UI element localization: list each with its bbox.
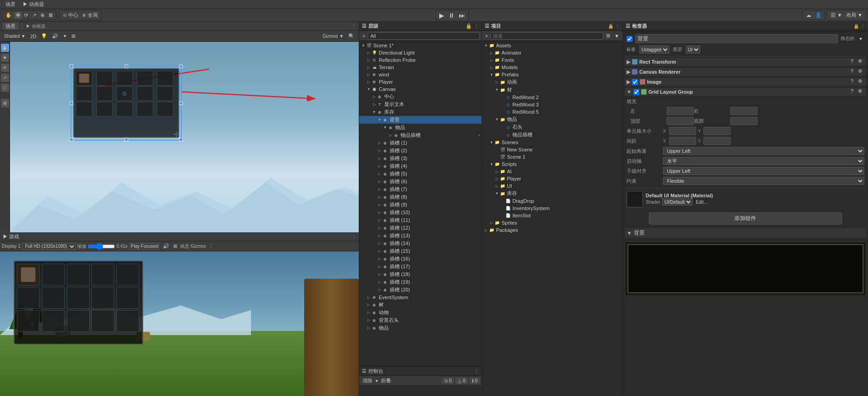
tree-item-scenes-folder[interactable]: ▼ 📁 Scenes <box>482 139 622 146</box>
object-active-checkbox[interactable] <box>627 36 632 42</box>
tree-item-packages[interactable]: ▷ 📁 Packages <box>482 226 622 234</box>
tree-item-material-folder[interactable]: ▼ 📁 材 <box>482 86 622 94</box>
project-add-btn[interactable]: + <box>484 33 489 39</box>
spacing-y-input[interactable]: 10 <box>703 137 731 145</box>
cell-size-y-input[interactable]: 100 <box>703 127 731 135</box>
scale-slider[interactable] <box>88 243 115 250</box>
scene-grid-btn[interactable]: ⊞ <box>70 33 77 40</box>
image-header[interactable]: ▶ Image ? ⚙ <box>625 78 866 86</box>
tree-item-canvas[interactable]: ▼ ▣ Canvas <box>359 85 482 93</box>
tree-item-newscene[interactable]: 🎬 New Scene <box>482 146 622 153</box>
tree-item-slot11[interactable]: ▷ ⊕ 插槽 (11) <box>359 216 482 224</box>
tree-item-scene1[interactable]: ▼ 🎬 Scene 1* <box>359 42 482 49</box>
global-btn[interactable]: ⊕ 全局 <box>81 11 99 19</box>
console-collapse-btn[interactable]: 折叠 <box>380 377 392 385</box>
play-focused-btn[interactable]: Play Focused <box>129 243 161 250</box>
tree-item-ai-folder[interactable]: ▷ 📁 AI <box>482 168 622 175</box>
comp-gear-icon[interactable]: ⚙ <box>858 69 864 75</box>
tree-item-slot20[interactable]: ▷ ⊕ 插槽 (20) <box>359 286 482 294</box>
tag-select[interactable]: Untagged <box>639 45 669 54</box>
rotate-scene-tool[interactable]: ⟳ <box>1 64 9 72</box>
pause-button[interactable]: ⏸ <box>447 11 456 20</box>
tree-item-slot13[interactable]: ▷ ⊕ 插槽 (13) <box>359 232 482 240</box>
scene-tab[interactable]: 场景 <box>3 22 18 30</box>
padding-right-input[interactable]: 40 <box>730 107 758 115</box>
project-options-btn[interactable]: ⋮ <box>615 24 620 29</box>
tree-item-itemslot-prefab[interactable]: ◇ 物品插槽 <box>482 131 622 139</box>
tree-item-assets[interactable]: ▼ 📁 Assets <box>482 42 622 49</box>
project-tree[interactable]: ▼ 📁 Assets ▷ 📁 Animator ▷ 📁 Fonts ▷ 📁 M <box>482 41 622 396</box>
hand-tool[interactable]: ✋ <box>4 12 13 19</box>
start-corner-select[interactable]: Upper Left <box>663 147 864 155</box>
tree-item-slot15[interactable]: ▷ ⊕ 插槽 (15) <box>359 247 482 255</box>
project-filter-btn[interactable]: ▼ <box>613 33 621 39</box>
scale-tool[interactable]: ↗ <box>31 12 38 19</box>
tree-item-stone-prefab[interactable]: ◇ 石头 <box>482 123 622 131</box>
game-audio-btn[interactable]: 🔊 <box>161 243 171 250</box>
comp-gear-icon[interactable]: ⚙ <box>858 89 864 95</box>
tree-item-sprites[interactable]: ▷ 📁 Sprites <box>482 219 622 226</box>
menu-animator[interactable]: ▶ 动画器 <box>19 0 48 9</box>
tree-item-slot8[interactable]: ▷ ⊕ 插槽 (8) <box>359 193 482 201</box>
tree-item-player[interactable]: ▷ ⊕ Player <box>359 78 482 85</box>
spacing-x-input[interactable]: 10 <box>669 137 696 145</box>
tree-item-ui-folder[interactable]: ▷ 📁 UI <box>482 182 622 190</box>
tree-item-items-folder[interactable]: ▼ 📁 物品 <box>482 115 622 123</box>
padding-left-input[interactable]: 40 <box>667 107 694 115</box>
tree-item-scene1-proj[interactable]: 🎬 Scene 1 <box>482 153 622 160</box>
step-button[interactable]: ⏭ <box>457 11 467 20</box>
tree-item-slot12[interactable]: ▷ ⊕ 插槽 (12) <box>359 224 482 232</box>
tree-item-models[interactable]: ▷ 📁 Models <box>482 64 622 71</box>
tree-item-slot7[interactable]: ▷ ⊕ 插槽 (7) <box>359 185 482 193</box>
tree-item-animal[interactable]: ▷ ⊕ 动物 <box>359 309 482 316</box>
tree-item-slot19[interactable]: ▷ ⊕ 插槽 (19) <box>359 278 482 286</box>
tree-item-slot14[interactable]: ▷ ⊕ 插槽 (14) <box>359 240 482 247</box>
tree-item-player-scripts[interactable]: ▷ 📁 Player <box>482 175 622 182</box>
console-options-btn[interactable]: ⋮ <box>474 368 479 374</box>
tree-item-fonts[interactable]: ▷ 📁 Fonts <box>482 56 622 64</box>
tree-item-eventsystem[interactable]: ▷ ⊕ EventSystem <box>359 294 482 301</box>
project-search[interactable] <box>491 32 603 40</box>
tree-item-slot16[interactable]: ▷ ⊕ 插槽 (16) <box>359 255 482 263</box>
handle-br[interactable] <box>179 138 183 141</box>
comp-help-icon[interactable]: ? <box>851 59 857 65</box>
grid-layout-header[interactable]: ▼ Grid Layout Group ? ⚙ <box>625 88 866 96</box>
rect-tool[interactable]: ⊕ <box>39 12 46 19</box>
scene-2d-btn[interactable]: 2D <box>29 33 38 40</box>
tree-item-inventory[interactable]: ▼ ⊕ 库存 <box>359 108 482 116</box>
tree-item-wind[interactable]: ▷ ⊕ wind <box>359 71 482 78</box>
scene-options-btn[interactable]: ⋮ <box>351 24 356 29</box>
tree-item-slot1[interactable]: ▷ ⊕ 插槽 (1) <box>359 139 482 147</box>
play-button[interactable]: ▶ <box>438 11 446 20</box>
select-tool[interactable]: ✋ <box>1 44 9 52</box>
tree-item-slot5[interactable]: ▷ ⊕ 插槽 (5) <box>359 170 482 178</box>
layer-select[interactable]: UI <box>686 45 700 54</box>
project-view-btn[interactable]: ⊞ <box>605 32 612 39</box>
add-component-btn[interactable]: 添加组件 <box>649 212 842 225</box>
tree-item-prefabs[interactable]: ▼ 📁 Prefabs <box>482 71 622 78</box>
tree-item-dragdrop[interactable]: 📄 DragDrop <box>482 197 622 205</box>
comp-help-icon[interactable]: ? <box>851 79 857 85</box>
hierarchy-lock-btn[interactable]: 🔒 <box>466 23 472 29</box>
handle-bm[interactable] <box>125 138 128 141</box>
menu-scene[interactable]: 场景 <box>2 0 19 9</box>
image-enabled-checkbox[interactable] <box>632 79 638 85</box>
tree-item-items[interactable]: ▼ ⊕ 物品 <box>359 124 482 131</box>
scene-audio-btn[interactable]: 🔊 <box>50 33 60 40</box>
constraint-select[interactable]: Flexible <box>663 177 864 185</box>
console-clear-btn[interactable]: 清除 <box>361 377 374 385</box>
tree-item-redwood3[interactable]: ◇ RedWood 3 <box>482 101 622 108</box>
hierarchy-add-btn[interactable]: + <box>361 33 366 39</box>
comp-help-icon[interactable]: ? <box>851 69 857 75</box>
game-options-menu[interactable]: ⋮ <box>207 243 215 250</box>
tree-item-slot18[interactable]: ▷ ⊕ 插槽 (18) <box>359 271 482 278</box>
static-dropdown[interactable]: ▼ <box>857 36 864 42</box>
tree-item-redwood2[interactable]: ◇ RedWood 2 <box>482 94 622 101</box>
comp-help-icon[interactable]: ? <box>851 89 857 95</box>
scene-light-btn[interactable]: 💡 <box>40 33 49 40</box>
tree-item-slot6[interactable]: ▷ ⊕ 插槽 (6) <box>359 178 482 185</box>
tree-item-inventorysystem[interactable]: 📄 InventorySystem <box>482 205 622 212</box>
tree-item-scripts-folder[interactable]: ▼ 📁 Scripts <box>482 160 622 168</box>
start-axis-select[interactable]: 水平 <box>663 157 864 165</box>
padding-top-input[interactable]: 40 <box>667 117 694 125</box>
